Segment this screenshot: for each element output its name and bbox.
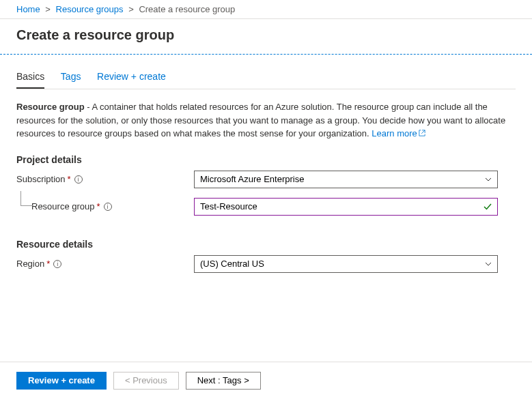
tree-connector [20, 191, 33, 206]
resource-group-input[interactable] [194, 198, 498, 216]
page-title: Create a resource group [0, 19, 532, 54]
learn-more-link[interactable]: Learn more [372, 128, 425, 138]
footer-actions: Review + create < Previous Next : Tags > [0, 362, 532, 396]
breadcrumb-sep: > [45, 4, 51, 14]
section-header-project: Project details [16, 154, 516, 165]
description-lead: Resource group [16, 102, 85, 112]
tabs: Basics Tags Review + create [16, 65, 516, 89]
tab-review-create[interactable]: Review + create [97, 65, 166, 87]
previous-button: < Previous [113, 372, 179, 390]
breadcrumb: Home > Resource groups > Create a resour… [0, 0, 532, 19]
breadcrumb-home[interactable]: Home [16, 4, 40, 14]
breadcrumb-sep: > [128, 4, 134, 14]
next-button[interactable]: Next : Tags > [186, 372, 261, 390]
review-create-button[interactable]: Review + create [16, 372, 107, 390]
section-header-resource: Resource details [16, 239, 516, 250]
subscription-select[interactable]: Microsoft Azure Enterprise [194, 171, 498, 188]
tab-basics[interactable]: Basics [16, 65, 44, 89]
description-text: Resource group - A container that holds … [16, 100, 516, 141]
info-icon[interactable]: i [104, 203, 112, 211]
breadcrumb-resource-groups[interactable]: Resource groups [56, 4, 124, 14]
breadcrumb-current: Create a resource group [139, 4, 235, 14]
region-label: Region [16, 259, 44, 269]
region-select[interactable]: (US) Central US [194, 255, 498, 273]
resource-group-label: Resource group [31, 201, 95, 211]
required-asterisk: * [46, 259, 50, 269]
required-asterisk: * [68, 174, 71, 184]
external-link-icon [419, 130, 425, 136]
info-icon[interactable]: i [74, 175, 83, 184]
subscription-label: Subscription [16, 174, 66, 184]
info-icon[interactable]: i [53, 260, 61, 268]
description-body: - A container that holds related resourc… [16, 102, 505, 138]
required-asterisk: * [97, 201, 100, 211]
tab-tags[interactable]: Tags [61, 65, 81, 87]
